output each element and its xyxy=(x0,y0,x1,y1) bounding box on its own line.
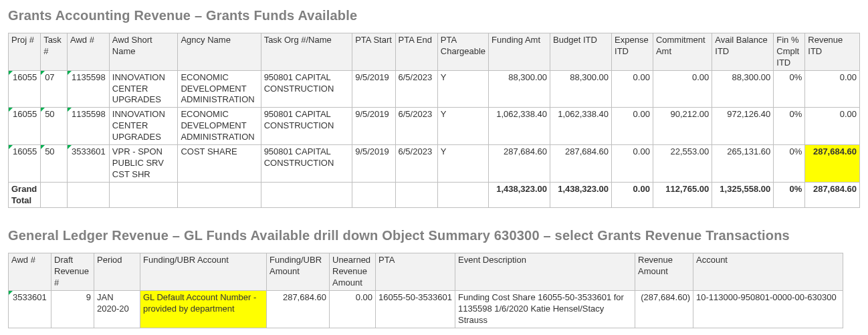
cell: JAN 2020-20 xyxy=(94,291,140,328)
cell: GL Default Account Number - provided by … xyxy=(140,291,267,328)
cell: 88,300.00 xyxy=(489,70,550,108)
table-row: 16055501135598INNOVATION CENTER UPGRADES… xyxy=(9,108,860,145)
cell: 16055 xyxy=(9,145,41,183)
cell: 16055 xyxy=(9,70,41,108)
col-draft: Draft Revenue # xyxy=(51,253,94,291)
section1-title: Grants Accounting Revenue – Grants Funds… xyxy=(8,8,860,23)
col-unearned: Unearned Revenue Amount xyxy=(330,253,376,291)
cell: 0.00 xyxy=(653,70,712,108)
col-rev-amt: Revenue Amount xyxy=(635,253,693,291)
cell: 1,062,338.40 xyxy=(550,108,612,145)
cell xyxy=(395,182,437,208)
cell xyxy=(352,182,395,208)
cell: 287,684.60 xyxy=(805,182,860,208)
cell: 287,684.60 xyxy=(267,291,330,328)
cell: VPR - SPON PUBLIC SRV CST SHR xyxy=(109,145,178,183)
cell: (287,684.60) xyxy=(635,291,693,328)
cell: 950801 CAPITAL CONSTRUCTION xyxy=(261,108,352,145)
cell: 1,062,338.40 xyxy=(489,108,550,145)
col-commit: Commitment Amt xyxy=(653,33,712,71)
cell: 287,684.60 xyxy=(489,145,550,183)
col-period: Period xyxy=(94,253,140,291)
col-ubr-account: Funding/UBR Account xyxy=(140,253,267,291)
section2-title: General Ledger Revenue – GL Funds Availa… xyxy=(8,228,860,243)
cell xyxy=(109,182,178,208)
cell: 88,300.00 xyxy=(712,70,774,108)
cell: 9 xyxy=(51,291,94,328)
cell: 3533601 xyxy=(68,145,110,183)
cell: COST SHARE xyxy=(178,145,261,183)
cell: 6/5/2023 xyxy=(395,145,437,183)
cell xyxy=(68,182,110,208)
cell: 10-113000-950801-0000-00-630300 xyxy=(693,291,843,328)
col-expense: Expense ITD xyxy=(612,33,653,71)
col-ubr-amt: Funding/UBR Amount xyxy=(267,253,330,291)
cell: 265,131.60 xyxy=(712,145,774,183)
grants-funds-table: Proj # Task # Awd # Awd Short Name Agncy… xyxy=(8,33,860,208)
col-event: Event Description xyxy=(455,253,635,291)
cell: 1,438,323.00 xyxy=(489,182,550,208)
cell: Y xyxy=(437,70,488,108)
cell: 0.00 xyxy=(612,145,653,183)
cell: ECONOMIC DEVELOPMENT ADMINISTRATION xyxy=(178,108,261,145)
col-pta-end: PTA End xyxy=(395,33,437,71)
cell: 1,438,323.00 xyxy=(550,182,612,208)
cell: 88,300.00 xyxy=(550,70,612,108)
cell: 6/5/2023 xyxy=(395,108,437,145)
cell: 3533601 xyxy=(9,291,51,328)
cell: 50 xyxy=(41,145,68,183)
cell: 0.00 xyxy=(805,70,860,108)
gl-revenue-table: Awd # Draft Revenue # Period Funding/UBR… xyxy=(8,253,843,328)
cell: 112,765.00 xyxy=(653,182,712,208)
cell: 972,126.40 xyxy=(712,108,774,145)
cell: INNOVATION CENTER UPGRADES xyxy=(109,108,178,145)
cell: 0% xyxy=(774,182,805,208)
col-proj: Proj # xyxy=(9,33,41,71)
cell: 1135598 xyxy=(68,70,110,108)
col-pta2: PTA xyxy=(376,253,455,291)
cell: 0.00 xyxy=(805,108,860,145)
col-agncy: Agncy Name xyxy=(178,33,261,71)
col-funding: Funding Amt xyxy=(489,33,550,71)
col-account2: Account xyxy=(693,253,843,291)
table-header-row: Awd # Draft Revenue # Period Funding/UBR… xyxy=(9,253,843,291)
col-rev: Revenue ITD xyxy=(805,33,860,71)
cell: Grand Total xyxy=(9,182,41,208)
cell xyxy=(178,182,261,208)
table-row: 16055503533601VPR - SPON PUBLIC SRV CST … xyxy=(9,145,860,183)
cell xyxy=(41,182,68,208)
cell: 90,212.00 xyxy=(653,108,712,145)
cell: 9/5/2019 xyxy=(352,108,395,145)
cell: 0% xyxy=(774,145,805,183)
cell: 950801 CAPITAL CONSTRUCTION xyxy=(261,70,352,108)
cell: 0% xyxy=(774,108,805,145)
col-pta-c: PTA Chargeable xyxy=(437,33,488,71)
table-row: 16055071135598INNOVATION CENTER UPGRADES… xyxy=(9,70,860,108)
col-awd2: Awd # xyxy=(9,253,51,291)
cell: INNOVATION CENTER UPGRADES xyxy=(109,70,178,108)
col-avail: Avail Balance ITD xyxy=(712,33,774,71)
cell xyxy=(261,182,352,208)
cell: 0.00 xyxy=(612,182,653,208)
cell: 16055-50-3533601 xyxy=(376,291,455,328)
cell: Y xyxy=(437,145,488,183)
col-task: Task # xyxy=(41,33,68,71)
cell: Y xyxy=(437,108,488,145)
table-header-row: Proj # Task # Awd # Awd Short Name Agncy… xyxy=(9,33,860,71)
col-pta-start: PTA Start xyxy=(352,33,395,71)
cell: 287,684.60 xyxy=(805,145,860,183)
cell: 1135598 xyxy=(68,108,110,145)
cell: 0% xyxy=(774,70,805,108)
cell: 16055 xyxy=(9,108,41,145)
col-budget: Budget ITD xyxy=(550,33,612,71)
cell: 950801 CAPITAL CONSTRUCTION xyxy=(261,145,352,183)
cell: 0.00 xyxy=(330,291,376,328)
cell: 9/5/2019 xyxy=(352,145,395,183)
cell: 50 xyxy=(41,108,68,145)
cell: 22,553.00 xyxy=(653,145,712,183)
cell: 6/5/2023 xyxy=(395,70,437,108)
cell xyxy=(437,182,488,208)
cell: 0.00 xyxy=(612,70,653,108)
grand-total-row: Grand Total1,438,323.001,438,323.000.001… xyxy=(9,182,860,208)
cell: 287,684.60 xyxy=(550,145,612,183)
